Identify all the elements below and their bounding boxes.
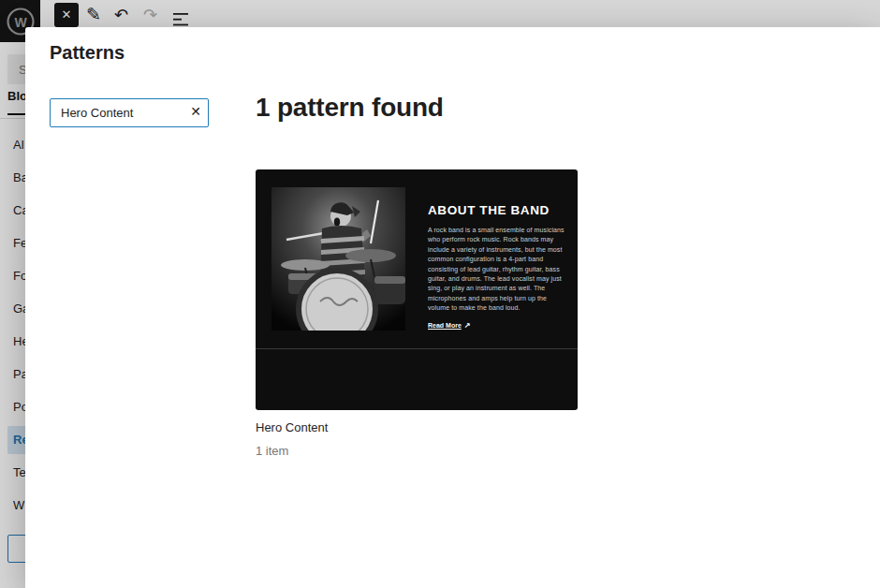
pattern-item-count: 1 item	[256, 444, 288, 458]
pattern-preview-text-column: ABOUT THE BAND A rock band is a small en…	[428, 203, 566, 330]
pattern-search-field: ✕	[50, 98, 209, 127]
pattern-preview-divider	[256, 348, 578, 349]
results-count-heading: 1 pattern found	[256, 93, 444, 123]
read-more-arrow-icon: ↗	[464, 321, 471, 330]
pattern-search-input[interactable]	[51, 99, 208, 126]
read-more-label: Read More	[428, 322, 462, 329]
read-more-link: Read More↗	[428, 321, 566, 330]
patterns-explorer-modal: Patterns ✕ 1 pattern found	[25, 27, 880, 588]
clear-search-icon[interactable]: ✕	[190, 104, 201, 119]
wordpress-editor-screen: W ✕ ✎ ↶ ↷ Blo Al Ba Ca	[0, 0, 880, 588]
drummer-photo	[271, 187, 405, 331]
pattern-name-caption: Hero Content	[256, 420, 328, 434]
pattern-preview-card[interactable]: ABOUT THE BAND A rock band is a small en…	[256, 169, 578, 410]
pattern-preview-heading: ABOUT THE BAND	[428, 203, 566, 217]
modal-title: Patterns	[50, 42, 125, 64]
pattern-preview-paragraph: A rock band is a small ensemble of music…	[428, 226, 566, 314]
